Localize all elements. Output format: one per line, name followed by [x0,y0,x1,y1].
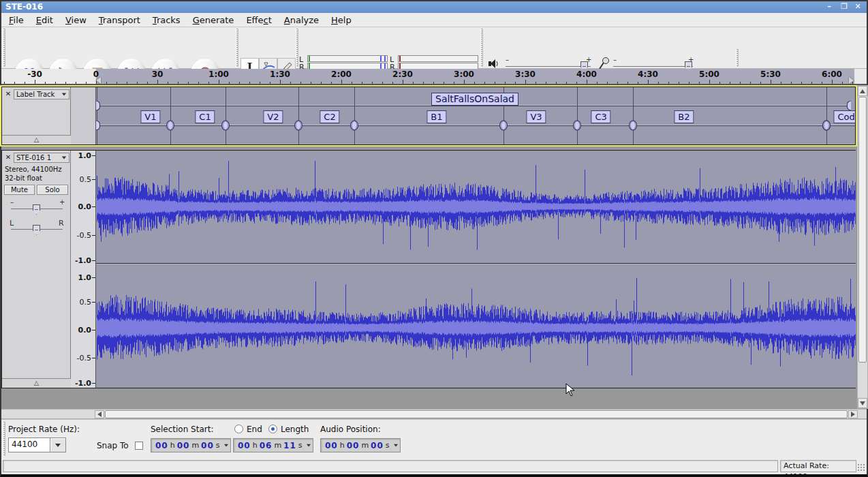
project-rate-value[interactable]: 44100 [8,437,50,452]
tools-toolbar-grabber[interactable] [236,29,238,67]
solo-button[interactable]: Solo [37,185,68,195]
selection-start-digits[interactable]: 00 [177,441,190,450]
transport-toolbar-grabber[interactable] [3,29,5,67]
scroll-down-button[interactable] [858,398,867,408]
ruler-minor-tick [55,82,56,84]
mouse-cursor [565,383,575,397]
section-label-left-handle[interactable] [96,121,100,131]
selection-start-digits[interactable]: 00 [155,441,168,450]
audio-position-field[interactable]: 00h00m00s [320,438,401,452]
audio-track-collapse-button[interactable]: △ [2,378,71,388]
meter-toolbar-grabber[interactable] [296,29,298,67]
maximize-button[interactable]: ❐ [837,1,852,13]
vertical-scrollbar[interactable] [857,85,868,409]
ruler-minor-tick [86,82,87,84]
song-label-right-handle[interactable] [847,101,851,111]
selection-toolbar-grabber[interactable] [3,422,5,456]
audio-track-close-button[interactable]: ✕ [3,153,13,161]
gain-slider-thumb[interactable] [33,204,40,215]
ruler-minor-tick [147,82,148,84]
audio-track-menu[interactable]: STE-016 1 [14,153,69,163]
audio-position-digits[interactable]: 00 [371,441,384,450]
selection-length-digits[interactable]: 11 [283,441,296,450]
menu-view[interactable]: View [59,14,93,26]
project-rate-dropdown-button[interactable] [50,437,66,452]
transcription-toolbar-grabber[interactable] [736,49,739,67]
selection-length-digits[interactable]: 06 [260,441,273,450]
end-radio[interactable] [234,425,243,433]
label-boundary-handle[interactable] [629,121,637,131]
resize-grip[interactable] [857,463,865,472]
scroll-left-button[interactable] [95,410,104,418]
waveform[interactable] [96,151,856,388]
end-radio-label: End [247,425,262,434]
selection-start-digits[interactable]: 00 [201,441,214,450]
section-label[interactable]: V2 [263,110,283,123]
menu-edit[interactable]: Edit [30,14,59,26]
timeline-ruler[interactable]: -300301:001:302:002:303:003:304:004:305:… [1,69,867,85]
length-radio[interactable] [268,425,277,433]
song-label-line [96,106,851,106]
section-label[interactable]: V1 [140,110,160,123]
label-boundary-handle[interactable] [221,121,230,131]
menu-help[interactable]: Help [325,14,358,26]
menu-transport[interactable]: Transport [93,14,146,26]
scroll-right-button[interactable] [848,410,858,418]
menu-file[interactable]: File [3,14,30,26]
label-boundary-handle[interactable] [294,121,303,131]
label-boundary-handle[interactable] [350,121,358,131]
menu-analyze[interactable]: Analyze [278,14,325,26]
section-label[interactable]: V3 [526,110,546,123]
mixer-toolbar-grabber[interactable] [480,29,483,67]
close-button[interactable]: ✕ [850,1,865,13]
audio-position-format-dropdown[interactable] [394,444,398,447]
song-label-left-handle[interactable] [96,101,100,111]
label-boundary-handle[interactable] [499,121,508,131]
selection-start-format-dropdown[interactable] [224,444,228,447]
section-label-line [96,125,855,126]
ruler-minor-tick [372,82,373,84]
label-track-close-button[interactable]: ✕ [3,89,13,98]
horizontal-scrollbar-thumb[interactable] [105,410,848,418]
mute-button[interactable]: Mute [4,185,35,195]
section-label[interactable]: B2 [674,110,694,123]
selection-start-field[interactable]: 00h00m00s [151,438,231,452]
song-title-label[interactable]: SaltFallsOnSalad [431,93,518,106]
snap-to-checkbox[interactable] [135,442,143,450]
selection-start-unit: s [214,441,222,450]
label-track-collapse-button[interactable]: △ [2,135,71,144]
amplitude-label: -1.0 [75,256,91,265]
section-label[interactable]: C2 [320,110,339,123]
label-track-content[interactable]: SaltFallsOnSaladV1C1V2C2B1V3C3B2Coda [96,87,855,144]
label-track-menu[interactable]: Label Track [14,89,69,99]
section-label[interactable]: Coda [833,110,855,123]
audio-position-digits[interactable]: 00 [347,441,360,450]
menu-effect[interactable]: Effect [240,14,277,26]
selection-length-field[interactable]: 00h06m11s [233,438,313,452]
playback-meter-peak-mark [380,56,382,61]
vertical-scrollbar-thumb[interactable] [858,97,867,363]
label-boundary-handle[interactable] [166,121,174,131]
selection-length-format-dropdown[interactable] [307,444,311,447]
input-volume-slider[interactable] [613,66,693,67]
menu-generate[interactable]: Generate [187,14,241,26]
section-label[interactable]: B1 [427,110,446,123]
audio-position-digits[interactable]: 00 [325,441,338,450]
ruler-tick-label: 6:00 [822,70,842,79]
amplitude-tick [92,206,95,207]
audio-track-content[interactable] [96,151,856,388]
amplitude-tick [92,235,95,236]
label-boundary-handle[interactable] [822,121,831,131]
ruler-minor-tick [781,82,781,84]
pan-slider-thumb[interactable] [33,225,40,235]
label-boundary-handle[interactable] [573,121,581,131]
scroll-up-button[interactable] [858,86,867,96]
menu-tracks[interactable]: Tracks [146,14,187,26]
minimize-button[interactable]: – [822,1,837,13]
horizontal-scrollbar[interactable] [1,409,867,419]
selection-length-digits[interactable]: 00 [238,441,251,450]
section-label[interactable]: C1 [195,110,215,123]
section-label[interactable]: C3 [591,110,610,123]
title-bar[interactable]: STE-016 – ❐ ✕ [1,1,867,13]
output-volume-slider[interactable] [506,66,591,67]
